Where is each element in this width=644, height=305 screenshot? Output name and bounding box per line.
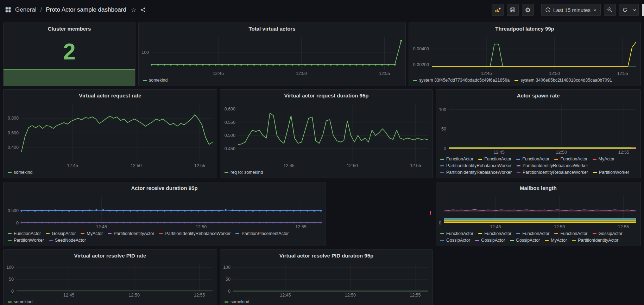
- series-color-swatch: [159, 233, 163, 234]
- legend-item-label: req to: somekind: [231, 170, 263, 175]
- legend-item-label: PartitionIdentityRebalanceWorker: [165, 231, 231, 236]
- legend-item[interactable]: SeedNodeActor: [49, 237, 86, 243]
- panel-title[interactable]: Virtual actor resolve PID duration 95p: [220, 250, 433, 261]
- legend-item[interactable]: PartitionIdentityActor: [108, 231, 154, 236]
- star-icon[interactable]: ☆: [131, 6, 136, 13]
- series-color-swatch: [475, 240, 479, 241]
- share-icon[interactable]: [140, 7, 146, 13]
- legend-item[interactable]: PartitionWorker: [8, 237, 44, 243]
- legend-item[interactable]: PartitionIdentityRebalanceWorker: [517, 163, 588, 169]
- legend-item-label: PartitionIdentityRebalanceWorker: [523, 170, 588, 175]
- legend-item-label: GossipActor: [599, 231, 623, 236]
- svg-text:0.600: 0.600: [225, 107, 235, 112]
- panel-title[interactable]: Actor receive duration 95p: [4, 182, 325, 193]
- series-color-swatch: [440, 240, 444, 241]
- time-range-picker[interactable]: Last 15 minutes: [541, 4, 601, 16]
- panel-title[interactable]: Virtual actor resolve PID rate: [4, 250, 217, 261]
- legend-item[interactable]: FunctionActor: [478, 156, 511, 162]
- legend-item[interactable]: GossipActor: [475, 237, 505, 243]
- svg-text:12:50: 12:50: [549, 71, 560, 76]
- clock-icon: [545, 7, 551, 13]
- legend-item[interactable]: somekind: [225, 299, 250, 305]
- legend-item[interactable]: FunctionActor: [478, 231, 511, 236]
- legend-item[interactable]: system 33f45e7dd77346bdadc5c49f6a21656a: [413, 77, 510, 83]
- legend-item[interactable]: FunctionActor: [516, 231, 549, 236]
- panel-title[interactable]: Actor spawn rate: [436, 90, 640, 101]
- legend-item[interactable]: MyActor: [81, 231, 103, 236]
- svg-text:12:50: 12:50: [554, 224, 565, 229]
- svg-text:12:55: 12:55: [194, 293, 205, 298]
- legend-item[interactable]: GossipActor: [510, 237, 540, 243]
- legend: FunctionActorFunctionActorFunctionActorF…: [436, 155, 640, 178]
- actor-receive-duration-chart[interactable]: 12:4512:5012:5500.500: [4, 193, 325, 230]
- legend: FunctionActorFunctionActorFunctionActorF…: [436, 230, 640, 246]
- resolve-pid-rate-chart[interactable]: 12:4512:5012:55050100: [4, 261, 217, 298]
- request-rate-chart[interactable]: 12:4512:5012:550.4000.6000.800: [4, 101, 217, 169]
- threadpool-latency-chart[interactable]: 12:4512:5012:550.002000.00400: [409, 34, 640, 77]
- mailbox-length-chart[interactable]: 12:4512:5012:550: [436, 193, 640, 230]
- legend-item[interactable]: GossipActor: [593, 231, 623, 236]
- svg-text:12:45: 12:45: [490, 224, 501, 229]
- total-virtual-actors-chart[interactable]: 12:4512:5012:55100: [139, 34, 405, 77]
- legend-item[interactable]: PartitionWorker: [593, 170, 629, 175]
- legend-item[interactable]: MyActor: [545, 237, 567, 243]
- breadcrumb-section[interactable]: General: [15, 6, 36, 13]
- breadcrumb-dashboard-title[interactable]: Proto Actor sample dashboard: [46, 6, 126, 13]
- panel-title[interactable]: Virtual actor request rate: [4, 90, 217, 101]
- legend-item[interactable]: PartitionPlacementActor: [235, 231, 289, 236]
- chevron-down-icon: [593, 8, 597, 12]
- panel-title[interactable]: Total virtual actors: [139, 23, 405, 34]
- legend-item[interactable]: FunctionActor: [440, 231, 473, 236]
- legend-item[interactable]: somekind: [143, 77, 168, 83]
- legend-item[interactable]: system 3406e85bc2f148018cd4d35caa0b7091: [514, 77, 612, 83]
- zoom-out-button[interactable]: [604, 4, 616, 16]
- legend-item[interactable]: GossipActor: [46, 231, 76, 236]
- request-duration-chart[interactable]: 12:4512:5012:550.4500.5000.5500.600: [220, 101, 433, 169]
- add-panel-icon: [495, 7, 501, 13]
- legend-item[interactable]: somekind: [8, 299, 33, 305]
- panel-title[interactable]: Cluster members: [4, 23, 135, 34]
- legend-item[interactable]: GossipActor: [440, 237, 470, 243]
- legend-item[interactable]: FunctionActor: [440, 156, 473, 162]
- legend-item[interactable]: PartitionIdentityRebalanceWorker: [159, 231, 231, 236]
- stat-body: 2: [4, 34, 135, 69]
- save-dashboard-button[interactable]: [507, 4, 519, 16]
- add-panel-button[interactable]: [492, 4, 504, 16]
- legend-item-label: PartitionWorker: [599, 170, 629, 175]
- legend-item[interactable]: FunctionActor: [554, 156, 587, 162]
- series-color-swatch: [517, 165, 520, 166]
- panel-virtual-actor-request-duration: Virtual actor request duration 95p 12:45…: [220, 89, 433, 178]
- panel-title[interactable]: Threadpool latency 99p: [409, 23, 640, 34]
- legend-item[interactable]: FunctionActor: [554, 231, 587, 236]
- time-range-label: Last 15 minutes: [553, 7, 591, 13]
- panel-title[interactable]: Mailbox length: [436, 182, 640, 193]
- series-color-swatch: [440, 172, 444, 173]
- series-color-swatch: [8, 301, 12, 303]
- legend-item[interactable]: FunctionActor: [516, 156, 549, 162]
- legend-item[interactable]: somekind: [8, 170, 33, 175]
- resolve-pid-duration-chart[interactable]: 12:4512:5012:55050100: [220, 261, 433, 298]
- legend-item-label: PartitionIdentityActor: [114, 231, 154, 236]
- dashboard-settings-button[interactable]: ⚙: [522, 4, 534, 16]
- legend-item[interactable]: PartitionIdentityRebalanceWorker: [440, 170, 512, 175]
- legend-item-label: PartitionIdentityRebalanceWorker: [446, 170, 512, 175]
- svg-text:12:50: 12:50: [556, 150, 567, 155]
- legend-item[interactable]: PartitionIdentityRebalanceWorker: [517, 170, 588, 175]
- actor-spawn-rate-chart[interactable]: 12:4512:5012:55050100: [436, 101, 640, 155]
- legend-item[interactable]: PartitionIdentityActor: [572, 237, 618, 243]
- legend-item-label: SeedNodeActor: [55, 237, 86, 243]
- legend-item[interactable]: FunctionActor: [8, 231, 41, 236]
- refresh-interval-dropdown[interactable]: [631, 4, 639, 16]
- svg-text:12:55: 12:55: [410, 163, 421, 168]
- legend-item[interactable]: req to: somekind: [225, 170, 263, 175]
- cut-off-edge-button[interactable]: [642, 4, 644, 16]
- legend-item[interactable]: MyActor: [593, 156, 615, 162]
- series-color-swatch: [440, 159, 444, 160]
- legend-item[interactable]: PartitionIdentityRebalanceWorker: [440, 163, 512, 169]
- panel-title[interactable]: Virtual actor request duration 95p: [220, 90, 433, 101]
- series-color-swatch: [593, 172, 597, 173]
- svg-text:0: 0: [439, 221, 441, 225]
- svg-text:12:55: 12:55: [618, 224, 629, 229]
- apps-grid-icon[interactable]: [5, 7, 11, 13]
- refresh-button[interactable]: [619, 4, 631, 16]
